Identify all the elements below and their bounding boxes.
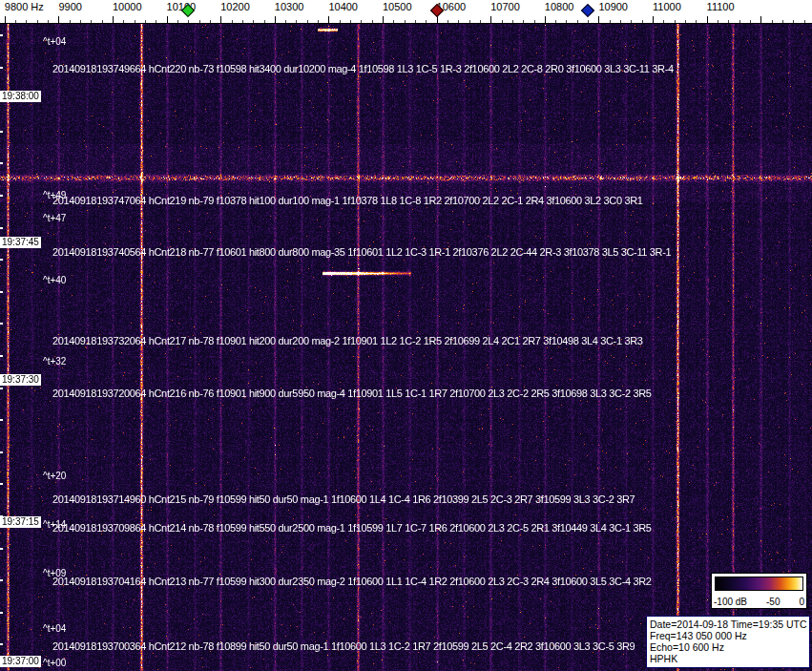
ruler-tick xyxy=(350,20,351,23)
ruler-tick xyxy=(167,16,168,23)
ruler-tick xyxy=(663,20,664,23)
ruler-frequency-label: 11000 xyxy=(653,1,681,12)
info-date-time: Date=2014-09-18 Time=19:35 UTC xyxy=(650,619,806,630)
ruler-tick xyxy=(502,20,503,23)
ruler-tick xyxy=(480,20,481,23)
ruler-tick xyxy=(739,20,740,23)
ruler-tick xyxy=(405,20,406,23)
ruler-tick xyxy=(675,20,676,23)
ruler-tick xyxy=(177,20,178,23)
ruler-frequency-label: 9800 Hz xyxy=(5,1,44,12)
spectrogram-display[interactable] xyxy=(0,24,812,671)
ruler-tick xyxy=(37,20,38,23)
ruler-tick xyxy=(588,20,589,23)
ruler-frequency-label: 9900 xyxy=(58,1,81,12)
legend-min-label: -100 dB xyxy=(714,597,747,607)
ruler-frequency-label: 11100 xyxy=(707,1,735,12)
ruler-tick xyxy=(696,20,697,23)
ruler-tick xyxy=(318,20,319,23)
ruler-tick xyxy=(458,20,459,23)
ruler-tick xyxy=(426,20,427,23)
frequency-ruler: 9800 Hz990010000101001020010300104001050… xyxy=(0,0,812,24)
ruler-tick xyxy=(15,20,16,23)
ruler-tick xyxy=(566,20,567,23)
ruler-tick xyxy=(113,16,114,23)
ruler-tick xyxy=(598,16,599,23)
legend-labels: -100 dB -50 0 xyxy=(714,597,804,607)
ruler-frequency-label: 10400 xyxy=(328,1,358,12)
ruler-tick xyxy=(772,20,773,23)
ruler-frequency-label: 10500 xyxy=(383,1,412,12)
info-frequency: Freq=143 050 000 Hz xyxy=(650,630,806,641)
ruler-tick xyxy=(210,20,211,23)
ruler-frequency-label: 10900 xyxy=(598,1,628,12)
ruler-tick xyxy=(135,20,135,23)
ruler-frequency-label: 10000 xyxy=(113,1,142,12)
ruler-tick xyxy=(340,20,341,23)
ruler-tick xyxy=(793,20,794,23)
color-gradient-bar xyxy=(715,577,803,591)
ruler-tick xyxy=(70,20,71,23)
ruler-tick xyxy=(707,16,708,23)
ruler-tick xyxy=(307,20,308,23)
meteor-spectrogram-window: 9800 Hz990010000101001020010300104001050… xyxy=(0,0,812,671)
ruler-tick xyxy=(188,20,189,23)
ruler-tick xyxy=(620,20,621,23)
ruler-tick xyxy=(577,20,578,23)
ruler-frequency-label: 10300 xyxy=(275,1,304,12)
ruler-tick xyxy=(361,20,362,23)
ruler-tick xyxy=(523,20,524,23)
ruler-tick xyxy=(5,16,6,23)
ruler-tick xyxy=(760,16,761,23)
info-station-code: HPHK xyxy=(650,653,806,664)
ruler-tick xyxy=(555,20,556,23)
ruler-tick xyxy=(264,20,265,23)
ruler-frequency-label: 10700 xyxy=(490,1,520,12)
ruler-tick xyxy=(253,20,254,23)
color-scale-legend: -100 dB -50 0 xyxy=(711,573,807,609)
ruler-tick xyxy=(102,20,103,23)
ruler-tick xyxy=(220,16,221,23)
ruler-frequency-label: 10800 xyxy=(545,1,574,12)
ruler-tick xyxy=(123,20,124,23)
ruler-tick xyxy=(415,20,416,23)
info-echo-frequency: Echo=10 600 Hz xyxy=(650,641,806,653)
ruler-tick xyxy=(534,20,535,23)
ruler-tick xyxy=(275,16,276,23)
legend-max-label: 0 xyxy=(799,597,804,607)
ruler-frequency-label: 10200 xyxy=(220,1,250,12)
ruler-tick xyxy=(393,20,394,23)
ruler-tick xyxy=(685,20,686,23)
ruler-tick xyxy=(91,20,92,23)
ruler-tick xyxy=(48,20,49,23)
ruler-tick xyxy=(232,20,233,23)
ruler-tick xyxy=(782,20,783,23)
ruler-tick xyxy=(469,20,470,23)
ruler-tick xyxy=(296,20,297,23)
ruler-tick xyxy=(58,16,59,23)
ruler-tick xyxy=(545,16,546,23)
ruler-tick xyxy=(512,20,513,23)
ruler-tick xyxy=(372,20,373,23)
ruler-tick xyxy=(26,20,27,23)
ruler-tick xyxy=(631,20,632,23)
ruler-tick xyxy=(610,20,611,23)
ruler-tick xyxy=(199,20,200,23)
ruler-tick xyxy=(156,20,156,23)
ruler-tick xyxy=(718,20,718,23)
ruler-tick xyxy=(448,20,448,23)
ruler-tick xyxy=(642,20,643,23)
ruler-tick xyxy=(145,20,146,23)
ruler-tick xyxy=(383,16,384,23)
ruler-tick xyxy=(728,20,729,23)
status-info-box: Date=2014-09-18 Time=19:35 UTC Freq=143 … xyxy=(646,616,810,668)
ruler-tick xyxy=(242,20,243,23)
ruler-tick xyxy=(653,16,654,23)
ruler-tick xyxy=(804,20,805,23)
ruler-tick xyxy=(750,20,751,23)
ruler-tick xyxy=(490,16,491,23)
ruler-tick xyxy=(328,16,329,23)
ruler-tick xyxy=(285,20,286,23)
ruler-marker-blue-diamond-icon[interactable] xyxy=(581,4,594,17)
ruler-tick xyxy=(80,20,81,23)
